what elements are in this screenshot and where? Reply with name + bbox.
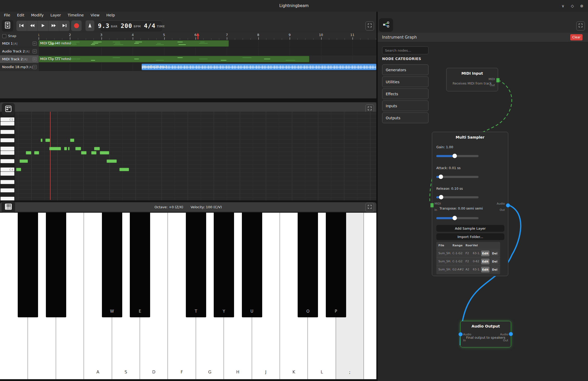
- timeline-expand-button[interactable]: [365, 21, 374, 31]
- category-generators-button[interactable]: Generators: [382, 64, 428, 75]
- midi-note[interactable]: [41, 139, 42, 142]
- slider-thumb[interactable]: [439, 195, 443, 199]
- audio-clip[interactable]: Noodle 18.mp3: [142, 64, 376, 70]
- category-utilities-button[interactable]: Utilities: [382, 76, 428, 87]
- black-key[interactable]: P: [326, 213, 346, 317]
- midi-note[interactable]: [70, 139, 74, 142]
- record-button[interactable]: [71, 20, 82, 31]
- edit-button[interactable]: Edit: [481, 259, 489, 264]
- del-button[interactable]: Del: [491, 259, 499, 264]
- audio-in-port[interactable]: [458, 332, 463, 336]
- menu-item-edit[interactable]: Edit: [14, 12, 28, 19]
- white-key[interactable]: [364, 213, 376, 379]
- midi-input-node[interactable]: MIDI Input Receives MIDI from track MIDI…: [446, 68, 498, 91]
- audio-out-port[interactable]: [506, 203, 510, 207]
- timeline-empty-area[interactable]: [0, 71, 376, 98]
- category-inputs-button[interactable]: Inputs: [382, 100, 428, 111]
- midi-note[interactable]: [68, 147, 70, 150]
- black-key[interactable]: [46, 213, 66, 317]
- piano-roll-white-key[interactable]: [1, 197, 14, 200]
- import-folder-button[interactable]: Import Folder...: [436, 233, 504, 240]
- gain-slider[interactable]: [436, 155, 479, 157]
- slider-thumb[interactable]: [439, 175, 443, 179]
- midi-note[interactable]: [75, 147, 81, 150]
- edit-button[interactable]: Edit: [481, 267, 489, 272]
- black-key[interactable]: U: [242, 213, 262, 317]
- piano-roll-grid[interactable]: [15, 112, 376, 200]
- track-header[interactable]: Noodle 18.mp3[A]: [0, 63, 39, 71]
- track-header[interactable]: Audio Track 2[A]: [0, 47, 39, 55]
- search-input[interactable]: [382, 46, 428, 54]
- clear-button[interactable]: Clear: [570, 34, 583, 40]
- midi-clip[interactable]: MIDI Clip (21 notes): [39, 56, 309, 62]
- black-key[interactable]: W: [102, 213, 122, 317]
- menu-item-help[interactable]: Help: [103, 12, 118, 19]
- midi-in-port[interactable]: [430, 203, 434, 207]
- maximize-button[interactable]: ◇: [568, 4, 577, 8]
- black-key[interactable]: E: [130, 213, 150, 317]
- menu-item-file[interactable]: File: [1, 12, 14, 19]
- black-key[interactable]: [18, 213, 38, 317]
- piano-roll-keys[interactable]: C5C4: [0, 112, 15, 200]
- track-header[interactable]: MIDI 1[A]: [0, 40, 39, 47]
- piano-roll-mode-button[interactable]: [2, 103, 15, 115]
- black-key[interactable]: T: [186, 213, 206, 317]
- timeline-ruler[interactable]: 1234567891011: [39, 33, 376, 40]
- midi-note[interactable]: [81, 151, 87, 154]
- del-button[interactable]: Del: [491, 251, 499, 256]
- transpose-slider[interactable]: [436, 217, 479, 219]
- graph-mode-button[interactable]: [379, 18, 393, 32]
- track-header[interactable]: MIDI Track 2[A]: [0, 55, 39, 63]
- midi-clip[interactable]: MIDI Clip (40 notes): [39, 40, 229, 47]
- close-button[interactable]: ⊗: [577, 4, 586, 8]
- piano-roll-white-key[interactable]: [1, 138, 14, 142]
- graph-expand-button[interactable]: [576, 21, 585, 31]
- audio-output-node[interactable]: Audio Output Final output to speakers Au…: [460, 321, 511, 347]
- track-lane[interactable]: [39, 47, 376, 55]
- midi-out-port[interactable]: [496, 78, 500, 82]
- metronome-button[interactable]: [85, 20, 94, 31]
- piano-roll-white-key[interactable]: [1, 180, 14, 184]
- midi-note[interactable]: [119, 168, 129, 171]
- rewind-button[interactable]: [27, 21, 38, 31]
- midi-note[interactable]: [94, 147, 100, 150]
- piano-roll-white-key[interactable]: [1, 151, 14, 155]
- midi-note[interactable]: [45, 139, 50, 142]
- midi-note[interactable]: [64, 147, 67, 150]
- play-button[interactable]: [38, 21, 48, 31]
- skip-to-start-button[interactable]: [16, 21, 27, 31]
- menu-item-layer[interactable]: Layer: [47, 12, 64, 19]
- midi-note[interactable]: [16, 168, 21, 171]
- multi-sampler-node[interactable]: Multi Sampler Gain: 1.00 Attack: 0.01 ss…: [432, 132, 508, 276]
- attack-slider[interactable]: [436, 176, 479, 178]
- track-checkbox[interactable]: [33, 49, 37, 53]
- piano-roll-white-key[interactable]: [1, 188, 14, 192]
- midi-note[interactable]: [100, 151, 109, 154]
- track-checkbox[interactable]: [33, 57, 37, 61]
- add-sample-layer-button[interactable]: Add Sample Layer: [436, 225, 504, 232]
- piano-roll-white-key[interactable]: [1, 159, 14, 163]
- track-lane[interactable]: MIDI Clip (40 notes): [39, 40, 376, 47]
- track-checkbox[interactable]: [33, 65, 37, 69]
- midi-note[interactable]: [107, 159, 117, 163]
- edit-button[interactable]: Edit: [481, 251, 489, 256]
- playhead-marker[interactable]: [196, 33, 200, 39]
- midi-note[interactable]: [49, 147, 61, 150]
- menu-item-timeline[interactable]: Timeline: [64, 12, 87, 19]
- piano-roll-white-key[interactable]: [1, 122, 14, 126]
- keyboard-expand-button[interactable]: [365, 203, 374, 212]
- piano-roll-white-key[interactable]: [1, 172, 14, 176]
- minimize-button[interactable]: ∨: [558, 4, 568, 8]
- midi-note[interactable]: [20, 159, 28, 163]
- audio-out-port[interactable]: [509, 332, 513, 336]
- slider-thumb[interactable]: [452, 154, 457, 158]
- piano-roll-white-key[interactable]: [1, 147, 14, 151]
- del-button[interactable]: Del: [491, 267, 499, 272]
- category-outputs-button[interactable]: Outputs: [382, 112, 428, 123]
- track-lane[interactable]: MIDI Clip (21 notes): [39, 55, 376, 63]
- snap-checkbox[interactable]: [2, 34, 6, 38]
- piano-roll-white-key[interactable]: [1, 130, 14, 134]
- midi-note[interactable]: [91, 151, 96, 154]
- category-effects-button[interactable]: Effects: [382, 88, 428, 99]
- black-key[interactable]: O: [298, 213, 318, 317]
